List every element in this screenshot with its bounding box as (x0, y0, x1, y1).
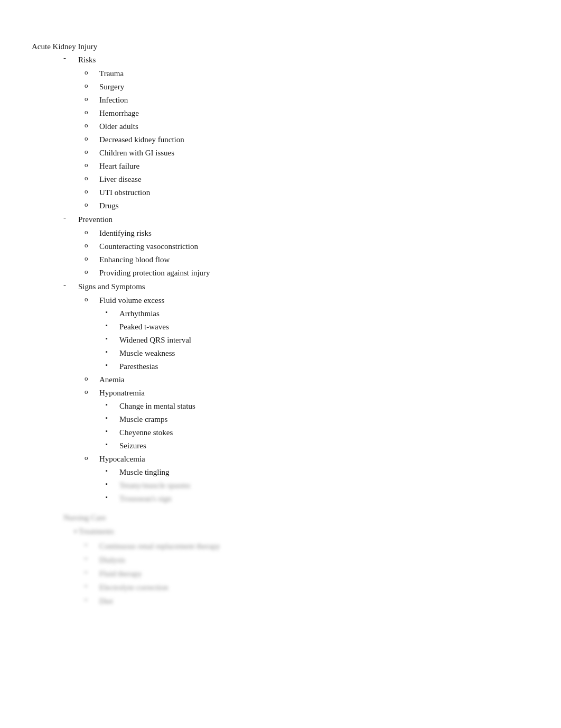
list-item: o Hemorrhage (85, 107, 529, 119)
circle-bullet-icon: o (85, 266, 96, 278)
cheyenne-stokes: Cheyenne stokes (119, 426, 173, 439)
list-item: o Providing protection against injury (85, 266, 529, 279)
tetany: Tetany/muscle spasms (119, 479, 190, 492)
list-item: o Hyponatremia (85, 386, 529, 399)
square-bullet-icon: ▪ (106, 413, 116, 423)
circle-bullet-icon: o (85, 199, 96, 210)
prevention-children: o Identifying risks o Counteracting vaso… (85, 227, 529, 279)
risk-hemorrhage: Hemorrhage (99, 107, 139, 119)
square-bullet-icon: ▪ (106, 492, 116, 502)
risks-label: Risks (78, 53, 96, 66)
circle-bullet-icon: o (85, 453, 96, 464)
list-item: ▪ Arrhythmias (106, 307, 529, 320)
circle-bullet-icon: o (85, 120, 96, 131)
list-item: ▪ Peaked t-waves (106, 320, 529, 333)
blurred-item3: Fluid therapy (99, 567, 142, 580)
circle-bullet-icon: o (85, 146, 96, 158)
list-item: o Older adults (85, 120, 529, 133)
list-item: o Trauma (85, 67, 529, 80)
circle-bullet-icon: o (85, 227, 96, 238)
list-item: o Enhancing blood flow (85, 253, 529, 266)
list-item: o Hypocalcemia (85, 453, 529, 465)
list-item: o Anemia (85, 373, 529, 386)
risk-surgery: Surgery (99, 80, 124, 93)
risks-section: - Risks o Trauma o Surgery o Infection o (63, 53, 529, 212)
risk-liver-disease: Liver disease (99, 173, 142, 186)
circle-bullet-icon: o (85, 107, 96, 118)
prevention-section: - Prevention o Identifying risks o Count… (63, 213, 529, 279)
square-bullet-icon: ▪ (106, 466, 116, 476)
blurred-item4: Electrolyte correction (99, 581, 168, 594)
hypocalcemia: Hypocalcemia (99, 453, 145, 465)
blurred-item5: Diet (99, 595, 113, 607)
prevention-enhancing: Enhancing blood flow (99, 253, 170, 266)
circle-bullet-icon: o (85, 240, 96, 251)
risk-uti: UTI obstruction (99, 186, 150, 199)
paresthesias: Paresthesias (119, 360, 158, 373)
dash-icon: - (85, 554, 95, 563)
muscle-cramps: Muscle cramps (119, 413, 167, 426)
page-title: Acute Kidney Injury (32, 42, 529, 51)
list-item: ▪ Trousseau's sign (106, 492, 529, 505)
square-bullet-icon: ▪ (106, 400, 116, 410)
risk-trauma: Trauma (99, 67, 124, 80)
arrhythmias: Arrhythmias (119, 307, 160, 320)
list-item: o Fluid volume excess (85, 294, 529, 307)
fluid-volume-excess: Fluid volume excess (99, 294, 164, 307)
circle-bullet-icon: o (85, 253, 96, 264)
risk-drugs: Drugs (99, 199, 119, 212)
list-item: ▪ Paresthesias (106, 360, 529, 373)
risk-infection: Infection (99, 94, 128, 106)
circle-bullet-icon: o (85, 160, 96, 171)
trousseaus-sign: Trousseau's sign (119, 492, 171, 505)
seizures: Seizures (119, 439, 146, 452)
list-item: ▪ Widened QRS interval (106, 334, 529, 346)
blurred-header: Nursing Care (63, 511, 106, 524)
document-container: Acute Kidney Injury - Risks o Trauma o S… (32, 42, 529, 607)
blurred-item1: Continuous renal replacement therapy (99, 540, 220, 552)
list-item: o Heart failure (85, 160, 529, 172)
risk-heart-failure: Heart failure (99, 160, 139, 172)
circle-bullet-icon: o (85, 94, 96, 105)
risks-children: o Trauma o Surgery o Infection o Hemorrh… (85, 67, 529, 212)
signs-symptoms-section: - Signs and Symptoms o Fluid volume exce… (63, 280, 529, 505)
circle-bullet-icon: o (85, 173, 96, 184)
square-bullet-icon: ▪ (106, 439, 116, 449)
risk-children-gi: Children with GI issues (99, 146, 174, 159)
peaked-t-waves: Peaked t-waves (119, 320, 169, 333)
square-bullet-icon: ▪ (106, 307, 116, 317)
dash-icon: - (85, 595, 95, 604)
dash-icon: - (85, 581, 95, 590)
list-item: o Drugs (85, 199, 529, 212)
dash-icon: - (63, 213, 74, 222)
circle-bullet-icon: o (85, 133, 96, 144)
list-item: o Counteracting vasoconstriction (85, 240, 529, 253)
dash-icon: - (85, 540, 95, 549)
prevention-identifying: Identifying risks (99, 227, 152, 239)
list-item: o Infection (85, 94, 529, 106)
fluid-volume-children: ▪ Arrhythmias ▪ Peaked t-waves ▪ Widened… (106, 307, 529, 373)
blurred-section: Nursing Care ▪ Treatments - Continuous r… (63, 511, 529, 607)
prevention-protection: Providing protection against injury (99, 266, 210, 279)
square-bullet-icon: ▪ (106, 426, 116, 436)
hyponatremia: Hyponatremia (99, 386, 145, 399)
muscle-weakness: Muscle weakness (119, 347, 175, 360)
change-mental-status: Change in mental status (119, 400, 195, 412)
circle-bullet-icon: o (85, 373, 96, 384)
dash-icon: - (63, 280, 74, 289)
list-item: o Identifying risks (85, 227, 529, 239)
circle-bullet-icon: o (85, 80, 96, 91)
square-bullet-icon: ▪ (106, 334, 116, 344)
list-item: o Decreased kidney function (85, 133, 529, 146)
widened-qrs: Widened QRS interval (119, 334, 191, 346)
list-item: ▪ Cheyenne stokes (106, 426, 529, 439)
prevention-counteracting: Counteracting vasoconstriction (99, 240, 198, 253)
dash-icon: - (63, 53, 74, 62)
dash-icon: - (85, 567, 95, 576)
hyponatremia-children: ▪ Change in mental status ▪ Muscle cramp… (106, 400, 529, 452)
circle-bullet-icon: o (85, 294, 96, 305)
list-item: ▪ Seizures (106, 439, 529, 452)
list-item: ▪ Muscle weakness (106, 347, 529, 360)
signs-symptoms-children: o Fluid volume excess ▪ Arrhythmias ▪ Pe… (85, 294, 529, 505)
square-bullet-icon: ▪ (106, 347, 116, 357)
